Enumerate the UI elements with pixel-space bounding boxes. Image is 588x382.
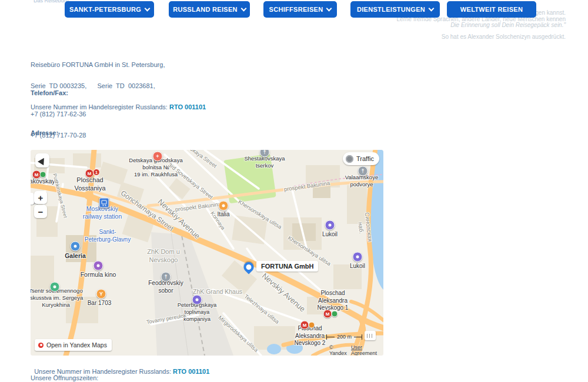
nav-label: SANKT-PETERSBURG xyxy=(69,6,141,13)
museum-icon[interactable] xyxy=(50,282,60,292)
quote-line-4: So hat es Alexander Solschenizyn ausgedr… xyxy=(397,34,566,41)
nav-sankt-petersburg[interactable]: SANKT-PETERSBURG xyxy=(65,1,154,18)
bar-icon[interactable]: Y xyxy=(96,289,106,299)
railway-station-icon[interactable] xyxy=(99,198,109,208)
map-base-tiles xyxy=(31,150,383,356)
quote-line-3: Die Erinnerung soll Dein Reisegepäck sei… xyxy=(397,22,566,29)
company-line: Reisebüro FORTUNA GmbH in St. Petersburg… xyxy=(31,61,206,68)
map-attribution: © Yandex User Agreement xyxy=(329,344,383,356)
metro-icon[interactable]: M xyxy=(85,169,94,178)
geolocate-arrow-icon xyxy=(38,156,47,165)
nav-dienstleistungen[interactable]: DIENSTLEISTUNGEN xyxy=(350,1,440,18)
top-left-link-fragment[interactable]: Das Reisebüro xyxy=(34,0,69,4)
church-icon[interactable]: † xyxy=(161,272,171,282)
yandex-copyright: © Yandex xyxy=(329,344,349,356)
metro-line-dot-orange xyxy=(309,322,315,329)
metro-line-dot-green xyxy=(332,311,338,317)
restaurant-icon[interactable] xyxy=(219,201,229,211)
scale-line xyxy=(327,337,335,337)
fuel-icon[interactable] xyxy=(353,252,363,262)
chevron-down-icon xyxy=(145,5,151,11)
map-scale-bar: 200 m xyxy=(326,334,362,340)
nav-weltweit-reisen[interactable]: WELTWEIT REISEN xyxy=(447,1,536,18)
register-number: RTO 001101 xyxy=(169,103,206,110)
hours-label: Unsere Öffnungszeiten: xyxy=(31,374,98,381)
nav-russland-reisen[interactable]: RUSSLAND REISEN xyxy=(169,1,250,18)
register-number: RTO 001101 xyxy=(173,368,209,375)
fuel-icon[interactable] xyxy=(325,220,335,230)
open-in-yandex-button[interactable]: Open in Yandex Maps xyxy=(35,339,112,351)
scale-tick xyxy=(362,334,362,340)
nav-label: RUSSLAND REISEN xyxy=(173,6,238,13)
traffic-label: Traffic xyxy=(356,155,374,162)
yandex-map-canvas[interactable]: + † M M 1 Y † † M M FORTUNA GmbH Detskay… xyxy=(31,150,383,356)
fuel-icon[interactable] xyxy=(192,295,202,305)
zoom-out-button[interactable]: − xyxy=(34,205,47,218)
mall-icon[interactable] xyxy=(71,242,81,252)
nav-label: WELTWEIT REISEN xyxy=(460,6,523,13)
traffic-button[interactable]: Traffic xyxy=(343,152,379,165)
chevron-down-icon xyxy=(326,5,332,11)
register-line-bottom: Unsere Nummer im Handelsregister Russlan… xyxy=(31,361,209,375)
nav-label: SCHIFFSREISEN xyxy=(269,6,323,13)
chevron-down-icon xyxy=(429,5,435,11)
traffic-light-icon xyxy=(346,155,353,163)
hospital-icon[interactable]: + xyxy=(153,152,163,162)
nav-label: DIENSTLEISTUNGEN xyxy=(357,6,425,13)
fortuna-pin-label: FORTUNA GmbH xyxy=(256,261,318,272)
cinema-icon[interactable] xyxy=(93,261,103,271)
metro-line-badge: 1 xyxy=(93,169,100,176)
nav-schiffsreisen[interactable]: SCHIFFSREISEN xyxy=(263,1,337,18)
metro-line-dot-green xyxy=(40,172,46,178)
address-label: Adresse: xyxy=(31,129,58,136)
open-in-yandex-label: Open in Yandex Maps xyxy=(46,341,107,349)
ruler-button[interactable] xyxy=(365,331,376,340)
zoom-in-button[interactable]: + xyxy=(34,191,47,204)
scale-value: 200 m xyxy=(335,334,354,340)
user-agreement-link[interactable]: User Agreement xyxy=(351,344,383,356)
metro-icon[interactable]: M xyxy=(323,310,332,319)
scale-line xyxy=(354,337,362,337)
phone-label: Telefon/Fax: xyxy=(31,89,68,96)
church-icon[interactable]: † xyxy=(358,166,368,176)
metro-icon[interactable]: M xyxy=(300,321,309,330)
yandex-pin-icon xyxy=(38,343,44,348)
chevron-down-icon xyxy=(240,5,246,11)
geolocate-button[interactable] xyxy=(35,153,49,167)
